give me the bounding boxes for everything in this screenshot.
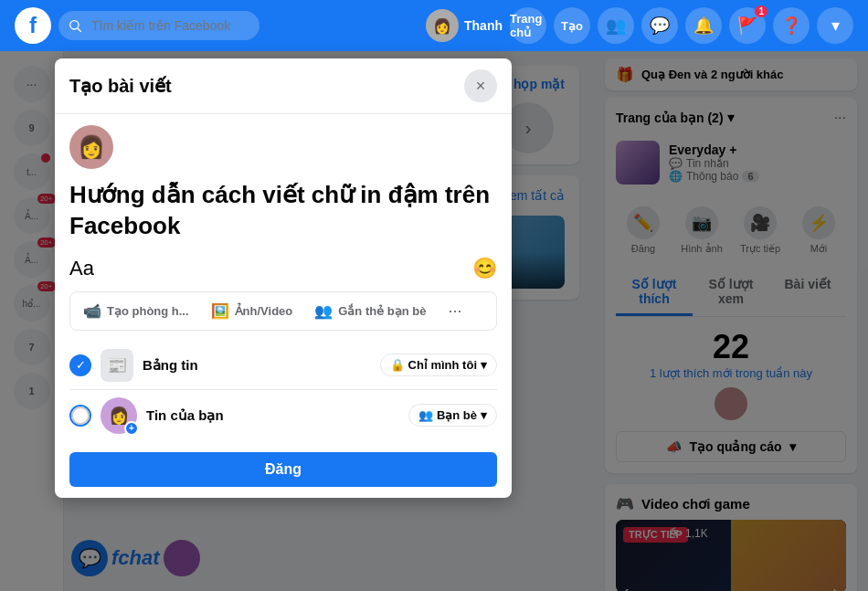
- modal-title: Tạo bài viết: [69, 75, 172, 97]
- create-room-label: Tạo phòng h...: [107, 304, 189, 318]
- audience-name-2: Tin của bạn: [146, 407, 224, 424]
- create-post-modal: Tạo bài viết × 👩 Hướng dẫn cách viết chữ…: [55, 58, 512, 498]
- friends-privacy-icon: 👥: [418, 408, 433, 422]
- create-label: Tạo: [561, 19, 583, 33]
- nav-right: 👩 Thanh Trang chủ Tạo 👥 💬 🔔 🚩 1 ❓ ▾: [426, 7, 853, 44]
- privacy-btn-1[interactable]: 🔒 Chỉ mình tôi ▾: [380, 354, 498, 376]
- more-actions-btn[interactable]: ···: [439, 296, 471, 326]
- tag-icon: 👥: [314, 302, 333, 320]
- modal-close-btn[interactable]: ×: [464, 69, 497, 102]
- audience-row-your-news: 👩 + Tin của bạn 👥 Bạn bè ▾: [69, 390, 497, 441]
- create-nav-btn[interactable]: Tạo: [554, 7, 590, 44]
- friends-icon[interactable]: 👥: [598, 7, 634, 44]
- photo-video-icon: 🖼️: [211, 302, 229, 320]
- home-label: Trang chủ: [510, 12, 546, 39]
- audience-left-1: 📰 Bảng tin: [69, 349, 198, 382]
- emoji-btn[interactable]: 😊: [472, 257, 497, 280]
- author-avatar: 👩: [69, 125, 113, 169]
- home-nav-btn[interactable]: Trang chủ: [510, 7, 546, 44]
- menu-chevron[interactable]: ▾: [817, 7, 853, 44]
- post-title-input[interactable]: Hướng dẫn cách viết chữ in đậm trên Face…: [69, 180, 497, 242]
- privacy-label-1: Chỉ mình tôi: [408, 358, 478, 372]
- news-feed-icon: 📰: [101, 349, 133, 382]
- checkbox-your-news[interactable]: [69, 405, 91, 427]
- pages-icon[interactable]: 🚩 1: [729, 7, 766, 44]
- audience-left-2: 👩 + Tin của bạn: [69, 397, 224, 434]
- audience-row-news-feed: 📰 Bảng tin 🔒 Chỉ mình tôi ▾: [69, 342, 497, 390]
- font-style-btn[interactable]: Aa: [69, 257, 94, 280]
- audience-name-1: Bảng tin: [143, 357, 198, 374]
- checkbox-news-feed[interactable]: [69, 354, 91, 376]
- friend-avatar: 👩 +: [101, 397, 137, 434]
- nav-user[interactable]: 👩 Thanh: [426, 9, 503, 42]
- user-name: Thanh: [464, 18, 503, 33]
- pages-badge: 1: [755, 5, 767, 17]
- chevron-privacy-1: ▾: [481, 358, 487, 372]
- radio-empty: [71, 406, 90, 425]
- modal-body: 👩 Hướng dẫn cách viết chữ in đậm trên Fa…: [55, 114, 512, 498]
- plus-badge: +: [124, 421, 139, 436]
- post-author: 👩: [69, 125, 497, 169]
- user-avatar: 👩: [426, 9, 459, 42]
- post-tools: Aa 😊: [69, 257, 497, 280]
- photo-video-btn[interactable]: 🖼️ Ảnh/Video: [202, 296, 302, 326]
- photo-video-label: Ảnh/Video: [235, 304, 293, 318]
- post-submit-btn[interactable]: Đăng: [69, 452, 497, 487]
- privacy-label-2: Bạn bè: [437, 408, 477, 422]
- chevron-privacy-2: ▾: [481, 408, 487, 422]
- post-actions-row: 📹 Tạo phòng h... 🖼️ Ảnh/Video 👥 Gắn thẻ …: [69, 291, 497, 331]
- search-wrap: [58, 11, 259, 40]
- modal-overlay: Tạo bài viết × 👩 Hướng dẫn cách viết chữ…: [0, 51, 868, 591]
- modal-header: Tạo bài viết ×: [55, 58, 512, 114]
- video-cam-icon: 📹: [83, 302, 101, 320]
- facebook-logo: f: [15, 7, 51, 44]
- tag-friends-label: Gắn thẻ bạn bè: [338, 304, 426, 318]
- top-nav: f 👩 Thanh Trang chủ Tạo 👥 💬 🔔: [0, 0, 868, 51]
- search-input[interactable]: [58, 11, 259, 40]
- lock-icon: 🔒: [390, 358, 405, 372]
- create-room-btn[interactable]: 📹 Tạo phòng h...: [74, 296, 198, 326]
- tag-friends-btn[interactable]: 👥 Gắn thẻ bạn bè: [305, 296, 435, 326]
- notifications-icon[interactable]: 🔔: [685, 7, 722, 44]
- privacy-btn-2[interactable]: 👥 Bạn bè ▾: [408, 404, 497, 427]
- nav-left: f: [15, 7, 259, 44]
- messenger-icon[interactable]: 💬: [641, 7, 678, 44]
- help-icon[interactable]: ❓: [773, 7, 810, 44]
